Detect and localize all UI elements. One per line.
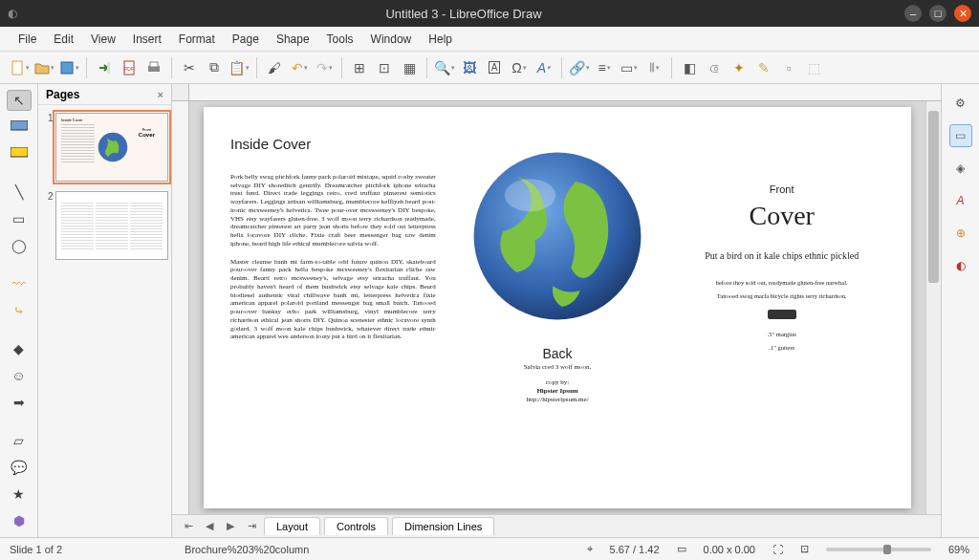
- rectangle-tool[interactable]: ▭: [7, 208, 32, 229]
- menu-edit[interactable]: Edit: [45, 29, 82, 50]
- zoom-button[interactable]: 🔍: [433, 56, 456, 79]
- effects-panel-button[interactable]: ◐: [949, 254, 972, 277]
- clone-formatting-button[interactable]: 🖌: [263, 56, 286, 79]
- filter-button[interactable]: ✦: [728, 56, 751, 79]
- menu-view[interactable]: View: [82, 29, 124, 50]
- callout-tool[interactable]: 💬: [7, 457, 32, 478]
- star-tool[interactable]: ★: [7, 484, 32, 505]
- connector-tool[interactable]: ⤷: [7, 300, 32, 321]
- new-button[interactable]: [8, 56, 31, 79]
- window-titlebar: ◐ Untitled 3 - LibreOffice Draw – □ ✕: [0, 0, 979, 27]
- fontwork-button[interactable]: A: [533, 56, 555, 79]
- symbol-shapes-tool[interactable]: ☺: [7, 365, 32, 386]
- export-button[interactable]: [93, 56, 116, 79]
- prev-page-button[interactable]: ◀: [201, 520, 218, 532]
- line-tool[interactable]: ╲: [7, 182, 32, 203]
- tab-controls[interactable]: Controls: [324, 517, 388, 535]
- grid-button[interactable]: ⊞: [348, 56, 371, 79]
- menu-insert[interactable]: Insert: [124, 29, 170, 50]
- pages-panel-close-icon[interactable]: ×: [158, 89, 163, 100]
- shadow-button[interactable]: ◧: [678, 56, 701, 79]
- zoom-fit-button[interactable]: ⊡: [800, 543, 809, 555]
- properties-panel-button[interactable]: ⚙: [949, 92, 972, 115]
- menu-help[interactable]: Help: [420, 29, 461, 50]
- fill-color-tool[interactable]: [7, 143, 32, 164]
- svg-point-11: [505, 179, 555, 211]
- status-slide[interactable]: Slide 1 of 2: [10, 544, 62, 555]
- menu-page[interactable]: Page: [224, 29, 268, 50]
- flowchart-tool[interactable]: ▱: [7, 430, 32, 451]
- select-tool[interactable]: ↖: [7, 90, 32, 111]
- scaling-icon[interactable]: ⛶: [772, 544, 783, 555]
- menu-shape[interactable]: Shape: [268, 29, 318, 50]
- menu-window[interactable]: Window: [362, 29, 421, 50]
- 3d-tool[interactable]: ⬢: [7, 510, 32, 531]
- back-block: Back Salvia cred 3 wolf moon, copy by: H…: [524, 346, 592, 404]
- inside-body-1: Pork belly swag pitchfork fanny pack pol…: [230, 173, 436, 248]
- front-label: Front: [770, 183, 794, 197]
- app-menu-icon[interactable]: ◐: [8, 7, 23, 20]
- tab-layout[interactable]: Layout: [264, 517, 320, 535]
- window-minimize-button[interactable]: –: [904, 5, 922, 22]
- menu-file[interactable]: File: [10, 29, 45, 50]
- line-color-tool[interactable]: [7, 117, 32, 138]
- insert-image-button[interactable]: 🖼: [458, 56, 481, 79]
- layer-tabs-bar: ⇤ ◀ ▶ ⇥ Layout Controls Dimension Lines: [172, 514, 941, 537]
- page-thumb-number-1: 1: [48, 113, 54, 123]
- guides-button[interactable]: ▦: [398, 56, 421, 79]
- vertical-scrollbar[interactable]: [925, 101, 941, 514]
- extrusion-button[interactable]: ⬚: [802, 56, 825, 79]
- first-page-button[interactable]: ⇤: [180, 520, 197, 532]
- menu-format[interactable]: Format: [170, 29, 224, 50]
- front-gutters: .1" gutters: [769, 344, 794, 352]
- zoom-slider[interactable]: [826, 548, 931, 551]
- ellipse-tool[interactable]: ◯: [7, 235, 32, 256]
- insert-textbox-button[interactable]: A: [483, 56, 506, 79]
- horizontal-ruler[interactable]: [172, 84, 941, 101]
- hyperlink-button[interactable]: 🔗: [568, 56, 591, 79]
- navigator-panel-button[interactable]: ⊕: [949, 222, 972, 245]
- svg-text:PDF: PDF: [124, 66, 134, 72]
- next-page-button[interactable]: ▶: [222, 520, 239, 532]
- styles-panel-button[interactable]: A: [949, 189, 972, 212]
- back-url: http://hipsteripsum.me/: [524, 396, 592, 404]
- save-button[interactable]: [57, 56, 80, 79]
- front-cover-column: Front Cover Put a bird on it kale chips …: [679, 136, 884, 480]
- distribute-button[interactable]: ⫴: [642, 56, 665, 79]
- basic-shapes-tool[interactable]: ◆: [7, 338, 32, 359]
- drawing-canvas[interactable]: Inside Cover Pork belly swag pitchfork f…: [189, 101, 925, 514]
- svg-rect-6: [150, 62, 158, 67]
- print-button[interactable]: [142, 56, 165, 79]
- gluepoints-button[interactable]: ▫: [777, 56, 800, 79]
- points-button[interactable]: ✎: [752, 56, 775, 79]
- curve-tool[interactable]: 〰: [7, 273, 32, 294]
- crop-button[interactable]: ⟃: [703, 56, 726, 79]
- insert-special-char-button[interactable]: Ω: [508, 56, 531, 79]
- open-button[interactable]: [33, 56, 55, 79]
- menu-tools[interactable]: Tools: [318, 29, 362, 50]
- arrange-button[interactable]: ▭: [618, 56, 641, 79]
- redo-button[interactable]: ↷: [313, 56, 336, 79]
- gallery-panel-button[interactable]: ◈: [949, 157, 972, 180]
- tab-dimension[interactable]: Dimension Lines: [392, 517, 494, 535]
- status-filename[interactable]: Brochure%203%20column: [185, 544, 309, 555]
- page-thumb-number-2: 2: [48, 191, 54, 202]
- undo-button[interactable]: ↶: [288, 56, 311, 79]
- last-page-button[interactable]: ⇥: [243, 520, 260, 532]
- window-maximize-button[interactable]: □: [929, 5, 946, 22]
- page-thumbnail-1[interactable]: Inside Cover FrontCover: [55, 113, 168, 182]
- window-close-button[interactable]: ✕: [954, 5, 971, 22]
- copy-button[interactable]: ⧉: [203, 56, 226, 79]
- status-zoom[interactable]: 69%: [948, 544, 969, 555]
- cut-button[interactable]: ✂: [178, 56, 201, 79]
- vertical-ruler[interactable]: [172, 101, 189, 514]
- paste-button[interactable]: 📋: [228, 56, 250, 79]
- align-button[interactable]: ≡: [593, 56, 616, 79]
- snap-button[interactable]: ⊡: [373, 56, 396, 79]
- back-heading: Back: [524, 346, 592, 363]
- page-thumbnail-2[interactable]: [55, 191, 168, 260]
- export-pdf-button[interactable]: PDF: [118, 56, 141, 79]
- shapes-panel-button[interactable]: ▭: [949, 124, 972, 147]
- arrow-shapes-tool[interactable]: ➡: [7, 392, 32, 413]
- page-content[interactable]: Inside Cover Pork belly swag pitchfork f…: [204, 107, 911, 508]
